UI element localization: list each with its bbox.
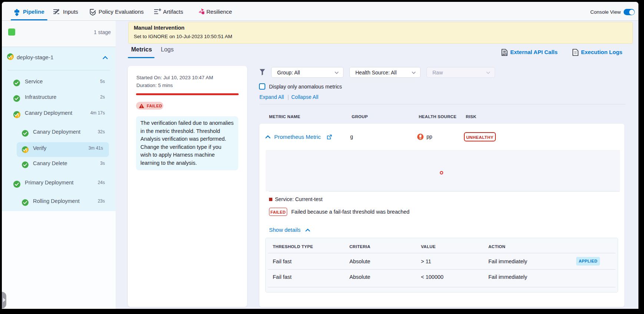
svg-text:API: API — [502, 53, 507, 56]
